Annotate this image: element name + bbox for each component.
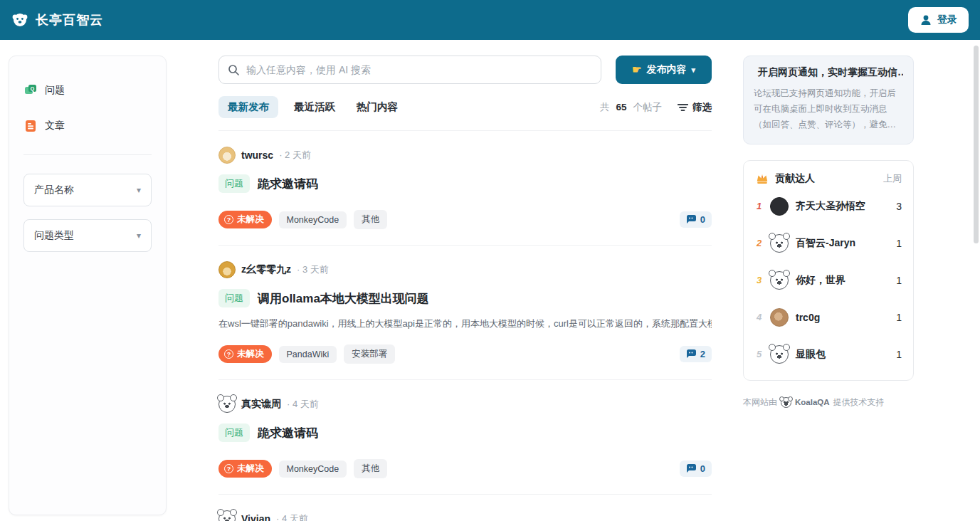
contributor-score: 3 <box>896 201 902 212</box>
sidebar-item-articles[interactable]: 文章 <box>23 119 152 133</box>
brand-logo[interactable]: 长亭百智云 <box>11 11 103 28</box>
sidebar-item-label: 问题 <box>45 84 65 97</box>
tab-latest[interactable]: 最新发布 <box>218 96 278 118</box>
comment-count: 2 <box>680 346 712 362</box>
scrollbar-thumb[interactable] <box>974 46 979 243</box>
koalaqa-brand[interactable]: KoalaQA <box>795 398 830 406</box>
avatar[interactable] <box>218 510 236 521</box>
tab-hot[interactable]: 热门内容 <box>357 96 398 118</box>
post-type-badge: 问题 <box>218 423 250 442</box>
post-time: · 4 天前 <box>276 512 308 521</box>
post-count: 65 <box>616 102 626 112</box>
status-badge: ? 未解决 <box>218 211 272 228</box>
avatar[interactable] <box>770 271 789 290</box>
select-label: 问题类型 <box>34 229 74 242</box>
left-sidebar: Q 问题 文章 产品名称 ▾ 问题类型 ▾ <box>9 56 167 515</box>
comment-icon <box>686 215 696 224</box>
leaderboard-row: 5 显眼包 1 <box>755 336 902 373</box>
contributor-name[interactable]: 显眼包 <box>796 348 889 361</box>
question-circle-icon: ? <box>224 349 233 359</box>
user-icon <box>920 14 932 26</box>
rank-number: 3 <box>755 275 763 285</box>
avatar[interactable] <box>218 147 236 164</box>
question-chat-icon: Q <box>23 83 38 98</box>
right-sidebar: 开启网页通知，实时掌握互动信… 论坛现已支持网页通知功能，开启后可在电脑桌面上即… <box>743 56 914 409</box>
question-type-select[interactable]: 问题类型 ▾ <box>23 219 152 252</box>
notice-body: 论坛现已支持网页通知功能，开启后可在电脑桌面上即时收到互动消息（如回答、点赞、评… <box>754 86 903 133</box>
contributor-name[interactable]: 齐天大圣孙悟空 <box>796 200 889 213</box>
avatar[interactable] <box>218 261 236 278</box>
filter-lines-icon <box>678 103 688 112</box>
leaderboard-row: 3 你好，世界 1 <box>755 262 902 299</box>
main-content: ☛ 发布内容 ▾ 最新发布 最近活跃 热门内容 共 65 个帖子 筛选 <box>218 56 712 521</box>
chevron-down-icon: ▾ <box>137 231 141 241</box>
post-item: twursc · 2 天前 问题 跪求邀请码 ? 未解决 MonkeyCode … <box>218 131 712 246</box>
post-type-badge: 问题 <box>218 174 250 193</box>
post-time: · 2 天前 <box>279 149 311 162</box>
post-title[interactable]: 调用ollama本地大模型出现问题 <box>258 290 429 307</box>
status-label: 未解决 <box>237 463 264 475</box>
contributor-name[interactable]: 你好，世界 <box>796 274 889 287</box>
leaderboard-row: 2 百智云-Jaryn 1 <box>755 225 902 262</box>
powered-by-footer: 本网站由 KoalaQA 提供技术支持 <box>743 396 914 409</box>
contributor-name[interactable]: 百智云-Jaryn <box>796 237 889 250</box>
contributor-score: 1 <box>896 349 902 360</box>
post-author-name[interactable]: twursc <box>241 149 273 161</box>
sidebar-item-label: 文章 <box>45 120 65 132</box>
sidebar-divider <box>23 154 152 155</box>
filter-button[interactable]: 筛选 <box>678 101 712 114</box>
avatar[interactable] <box>770 197 789 216</box>
tag[interactable]: 其他 <box>354 459 387 478</box>
post-count-suffix: 个帖子 <box>633 101 663 114</box>
tag[interactable]: 其他 <box>354 210 387 229</box>
post-time: · 3 天前 <box>297 263 329 276</box>
login-label: 登录 <box>937 14 957 26</box>
product-name-select[interactable]: 产品名称 ▾ <box>23 174 152 206</box>
post-title[interactable]: 跪求邀请码 <box>258 176 318 192</box>
login-button[interactable]: 登录 <box>908 7 969 33</box>
post-excerpt: 在wsl一键部署的pandawiki，用线上的大模型api是正常的，用本地大模型… <box>218 317 712 330</box>
tag[interactable]: 安装部署 <box>344 344 395 364</box>
rank-number: 1 <box>755 201 763 211</box>
post-author-name[interactable]: 真实谯周 <box>241 398 281 411</box>
sidebar-item-questions[interactable]: Q 问题 <box>23 83 152 98</box>
post-type-badge: 问题 <box>218 289 250 307</box>
avatar[interactable] <box>218 396 236 413</box>
tag[interactable]: MonkeyCode <box>279 211 347 228</box>
svg-text:Q: Q <box>31 86 35 92</box>
post-count-prefix: 共 <box>600 101 610 114</box>
status-badge: ? 未解决 <box>218 460 272 478</box>
koalaqa-icon <box>781 397 791 408</box>
notice-title: 开启网页通知，实时掌握互动信… <box>758 66 903 79</box>
post-author-name[interactable]: Vivian <box>241 513 270 521</box>
status-label: 未解决 <box>237 214 264 226</box>
status-badge: ? 未解决 <box>218 345 272 363</box>
post-title[interactable]: 跪求邀请码 <box>258 425 318 441</box>
post-item: 真实谯周 · 4 天前 问题 跪求邀请码 ? 未解决 MonkeyCode 其他… <box>218 380 712 495</box>
avatar[interactable] <box>770 234 789 253</box>
crown-icon <box>755 172 769 185</box>
tag[interactable]: MonkeyCode <box>279 461 347 478</box>
select-label: 产品名称 <box>34 184 74 196</box>
pointing-hand-icon: ☛ <box>632 63 641 76</box>
comment-count: 0 <box>680 211 712 228</box>
comment-count: 0 <box>680 461 712 477</box>
tab-recently-active[interactable]: 最近活跃 <box>294 96 335 118</box>
rank-number: 5 <box>755 349 763 359</box>
contributor-name[interactable]: trc0g <box>796 312 889 323</box>
web-notification-banner[interactable]: 开启网页通知，实时掌握互动信… 论坛现已支持网页通知功能，开启后可在电脑桌面上即… <box>743 56 914 144</box>
publish-content-button[interactable]: ☛ 发布内容 ▾ <box>616 56 712 84</box>
comment-count-value: 0 <box>700 214 705 225</box>
chevron-down-icon: ▾ <box>137 185 141 195</box>
search-input[interactable] <box>246 64 592 75</box>
leaderboard-row: 1 齐天大圣孙悟空 3 <box>755 188 902 225</box>
filter-label: 筛选 <box>692 101 712 114</box>
contributors-title: 贡献达人 <box>775 172 815 185</box>
post-item: z幺零零九z · 3 天前 问题 调用ollama本地大模型出现问题 在wsl一… <box>218 246 712 380</box>
post-author-name[interactable]: z幺零零九z <box>241 263 291 276</box>
avatar[interactable] <box>770 308 789 327</box>
question-circle-icon: ? <box>224 215 233 224</box>
avatar[interactable] <box>770 345 789 364</box>
tag[interactable]: PandaWiki <box>279 346 337 363</box>
rank-number: 2 <box>755 238 763 248</box>
